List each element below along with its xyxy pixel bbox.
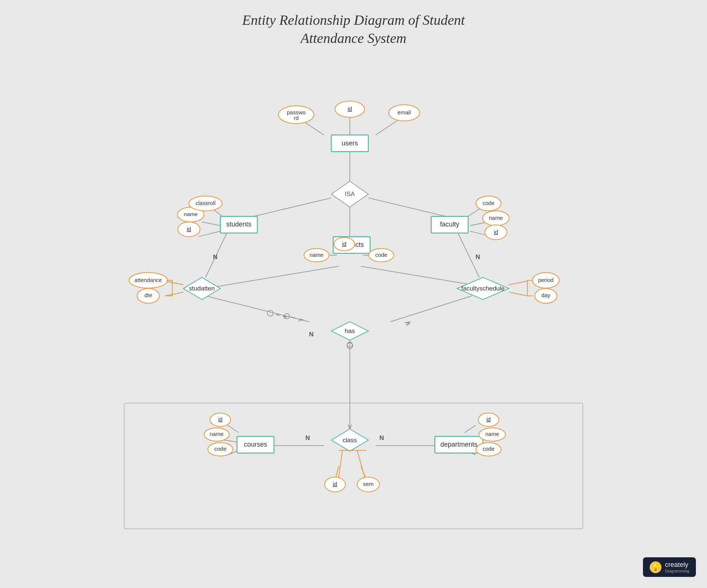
attr-departments-name: name	[485, 431, 499, 437]
svg-line-9	[198, 231, 220, 237]
svg-line-12	[470, 231, 485, 235]
entity-departments: departments	[440, 441, 478, 448]
entity-faculty: faculty	[440, 221, 459, 228]
svg-text:N: N	[309, 331, 314, 338]
attr-students-classroll: classroll	[195, 200, 215, 206]
attr-departments-id: id	[486, 416, 491, 422]
svg-line-17	[165, 281, 183, 285]
rel-facultyschedule: facultyschedule	[461, 285, 505, 292]
svg-line-85	[339, 450, 342, 477]
rel-studatten: studatten	[189, 285, 215, 292]
attr-faculty-id: id	[494, 229, 498, 235]
svg-text:N: N	[379, 434, 384, 441]
svg-line-18	[165, 292, 183, 296]
svg-text:N: N	[213, 253, 217, 261]
creately-bulb-icon: 💡	[650, 561, 661, 573]
svg-line-19	[217, 266, 339, 287]
attr-studatten-attendance: attendance	[134, 277, 162, 283]
svg-line-4	[254, 198, 331, 216]
svg-line-86	[357, 450, 365, 477]
svg-point-37	[267, 310, 273, 316]
svg-line-91	[298, 320, 304, 321]
svg-line-38	[276, 314, 279, 315]
svg-line-10	[468, 209, 479, 216]
svg-line-20	[361, 266, 472, 285]
attr-courses-name: name	[210, 431, 224, 437]
attr-users-id: id	[348, 105, 352, 112]
diagram-area: N N N N N users students faculty subject…	[56, 56, 651, 558]
svg-text:N: N	[305, 434, 310, 441]
title-line1: Entity Relationship Diagram of Student	[242, 12, 465, 28]
attr-facultyschedule-period: period	[538, 277, 554, 283]
main-container: Entity Relationship Diagram of Student A…	[0, 0, 707, 588]
attr-subjects-id: id	[342, 241, 346, 247]
attr-departments-code: code	[482, 446, 494, 452]
rel-has: has	[345, 327, 355, 335]
rel-isa: ISA	[345, 191, 355, 198]
entity-students: students	[226, 221, 251, 228]
entity-users: users	[342, 140, 358, 147]
svg-text:N: N	[476, 253, 480, 261]
svg-line-5	[368, 198, 446, 216]
svg-line-2	[376, 120, 398, 135]
attr-students-name: name	[184, 211, 198, 217]
svg-line-22	[509, 281, 527, 285]
attr-courses-code: code	[214, 446, 226, 452]
attr-users-email: email	[398, 109, 411, 115]
rel-class: class	[343, 437, 357, 444]
attr-students-id: id	[187, 226, 191, 232]
creately-brand: creately Diagramming	[665, 561, 689, 573]
svg-line-29	[228, 425, 239, 433]
attr-class-sem: sem	[363, 481, 373, 487]
svg-line-30	[224, 440, 237, 442]
attr-faculty-name: name	[489, 215, 503, 221]
attr-courses-id: id	[218, 416, 222, 422]
attr-faculty-code: code	[482, 200, 494, 206]
title-line2: Attendance System	[301, 30, 406, 46]
svg-line-7	[202, 222, 220, 226]
svg-line-25	[391, 296, 472, 322]
attr-studatten-dte: dte	[144, 292, 152, 298]
attr-class-id: id	[333, 481, 337, 487]
svg-line-23	[509, 292, 527, 296]
entity-courses: courses	[244, 441, 267, 448]
diagram-title: Entity Relationship Diagram of Student A…	[0, 0, 707, 48]
attr-subjects-name: name	[309, 252, 323, 258]
svg-line-95	[348, 424, 350, 429]
svg-line-32	[465, 425, 476, 433]
attr-facultyschedule-day: day	[542, 292, 551, 298]
creately-badge: 💡 creately Diagramming	[643, 557, 696, 577]
attr-users-password2: rd	[294, 115, 298, 121]
attr-subjects-code: code	[375, 252, 387, 258]
svg-rect-49	[124, 403, 583, 529]
